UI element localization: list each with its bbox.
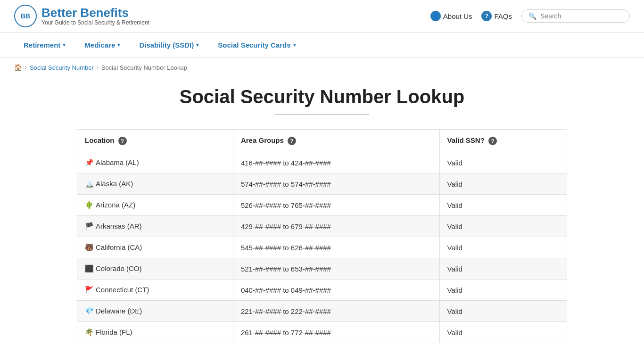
ssn-lookup-table: Location ? Area Groups ? Valid SSN? ? 📌A… (77, 129, 567, 343)
table-row: 📌Alabama (AL)416-##-#### to 424-##-####V… (77, 152, 567, 173)
search-box[interactable]: 🔍 (521, 9, 630, 23)
state-icon: 🏴 (85, 222, 94, 230)
breadcrumb-separator: › (97, 64, 99, 71)
table-cell-valid: Valid (439, 195, 567, 216)
header-right: 👤 About Us ? FAQs 🔍 (430, 9, 630, 23)
table-cell-area-groups: 221-##-#### to 222-##-#### (233, 301, 439, 322)
nav-item-retirement[interactable]: Retirement ▾ (14, 33, 75, 58)
logo-subtitle: Your Guide to Social Security & Retireme… (41, 19, 149, 26)
table-cell-area-groups: 040-##-#### to 049-##-#### (233, 280, 439, 301)
state-icon: 📌 (85, 158, 94, 166)
table-cell-area-groups: 429-##-#### to 679-##-#### (233, 216, 439, 237)
home-icon[interactable]: 🏠 (14, 64, 22, 71)
title-divider (275, 114, 369, 115)
table-cell-area-groups: 416-##-#### to 424-##-#### (233, 152, 439, 173)
table-cell-location: 🌴Florida (FL) (77, 322, 233, 343)
main-nav: Retirement ▾ Medicare ▾ Disability (SSDI… (0, 33, 644, 58)
page-title: Social Security Number Lookup (77, 86, 567, 107)
logo-text: Better Benefits Your Guide to Social Sec… (41, 6, 149, 26)
table-row: 🐻California (CA)545-##-#### to 626-##-##… (77, 237, 567, 258)
table-cell-location: 🌵Arizona (AZ) (77, 195, 233, 216)
breadcrumb-ssn-link[interactable]: Social Security Number (30, 64, 94, 71)
table-cell-valid: Valid (439, 258, 567, 280)
table-row: 🏴Arkansas (AR)429-##-#### to 679-##-####… (77, 216, 567, 237)
table-cell-area-groups: 521-##-#### to 653-##-#### (233, 258, 439, 280)
nav-item-medicare[interactable]: Medicare ▾ (75, 33, 130, 58)
breadcrumb: 🏠 › Social Security Number › Social Secu… (0, 58, 644, 77)
table-cell-location: ⬛Colorado (CO) (77, 258, 233, 280)
state-icon: 🌵 (85, 201, 94, 209)
question-icon: ? (481, 11, 492, 21)
table-row: 🌴Florida (FL)261-##-#### to 772-##-####V… (77, 322, 567, 343)
table-cell-location: 🐻California (CA) (77, 237, 233, 258)
chevron-down-icon: ▾ (196, 42, 199, 48)
table-cell-valid: Valid (439, 216, 567, 237)
table-row: 🏔️Alaska (AK)574-##-#### to 574-##-####V… (77, 173, 567, 195)
col-header-area-groups: Area Groups ? (233, 130, 439, 152)
logo-title: Better Benefits (41, 6, 149, 20)
state-icon: 🐻 (85, 243, 94, 251)
nav-item-disability[interactable]: Disability (SSDI) ▾ (130, 33, 208, 58)
table-header-row: Location ? Area Groups ? Valid SSN? ? (77, 130, 567, 152)
table-cell-valid: Valid (439, 322, 567, 343)
table-cell-location: 🏔️Alaska (AK) (77, 173, 233, 195)
table-row: 🚩Connecticut (CT)040-##-#### to 049-##-#… (77, 280, 567, 301)
table-cell-area-groups: 261-##-#### to 772-##-#### (233, 322, 439, 343)
state-icon: 🌴 (85, 328, 94, 336)
state-icon: 🏔️ (85, 180, 94, 188)
logo-area: BB Better Benefits Your Guide to Social … (14, 5, 149, 27)
col-header-location: Location ? (77, 130, 233, 152)
table-cell-valid: Valid (439, 152, 567, 173)
table-cell-location: 📌Alabama (AL) (77, 152, 233, 173)
table-cell-valid: Valid (439, 237, 567, 258)
table-cell-valid: Valid (439, 173, 567, 195)
location-help-icon[interactable]: ? (118, 137, 127, 145)
col-header-valid-ssn: Valid SSN? ? (439, 130, 567, 152)
logo-icon: BB (14, 5, 37, 27)
table-cell-area-groups: 545-##-#### to 626-##-#### (233, 237, 439, 258)
table-cell-location: 💎Delaware (DE) (77, 301, 233, 322)
breadcrumb-separator: › (25, 64, 27, 71)
area-groups-help-icon[interactable]: ? (288, 137, 296, 145)
chevron-down-icon: ▾ (117, 42, 120, 48)
table-cell-location: 🏴Arkansas (AR) (77, 216, 233, 237)
search-icon: 🔍 (528, 12, 537, 20)
table-row: 🌵Arizona (AZ)526-##-#### to 765-##-####V… (77, 195, 567, 216)
state-icon: 🚩 (85, 286, 94, 294)
valid-ssn-help-icon[interactable]: ? (488, 137, 497, 145)
user-icon: 👤 (430, 11, 441, 21)
faqs-link[interactable]: ? FAQs (481, 11, 512, 21)
table-row: ⬛Colorado (CO)521-##-#### to 653-##-####… (77, 258, 567, 280)
table-cell-location: 🚩Connecticut (CT) (77, 280, 233, 301)
main-content: Social Security Number Lookup Location ?… (63, 77, 581, 362)
table-cell-valid: Valid (439, 301, 567, 322)
table-cell-area-groups: 574-##-#### to 574-##-#### (233, 173, 439, 195)
nav-item-social-security-cards[interactable]: Social Security Cards ▾ (208, 33, 305, 58)
state-icon: ⬛ (85, 264, 94, 272)
site-header: BB Better Benefits Your Guide to Social … (0, 0, 644, 33)
chevron-down-icon: ▾ (63, 42, 66, 48)
about-us-link[interactable]: 👤 About Us (430, 11, 472, 21)
table-row: 💎Delaware (DE)221-##-#### to 222-##-####… (77, 301, 567, 322)
table-cell-valid: Valid (439, 280, 567, 301)
search-input[interactable] (540, 12, 623, 20)
breadcrumb-current: Social Security Number Lookup (101, 64, 187, 71)
table-cell-area-groups: 526-##-#### to 765-##-#### (233, 195, 439, 216)
state-icon: 💎 (85, 307, 94, 315)
chevron-down-icon: ▾ (293, 42, 296, 48)
